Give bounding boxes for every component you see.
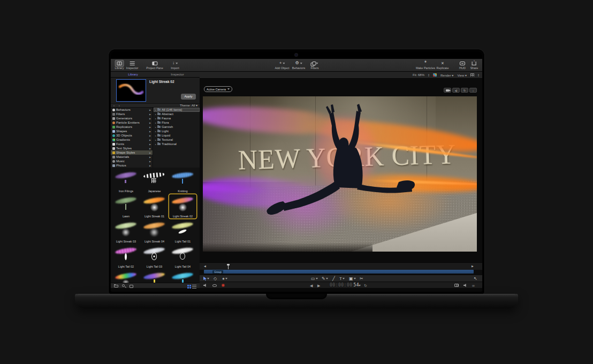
- style-item[interactable]: Light Tail 02: [112, 245, 140, 269]
- camera-button[interactable]: [444, 88, 451, 93]
- in-marker-icon[interactable]: ◀: [204, 264, 206, 268]
- library-folder[interactable]: ▸ Garnish: [154, 125, 200, 129]
- loop-button[interactable]: [212, 282, 217, 289]
- library-toolbar-button[interactable]: Library: [115, 60, 124, 70]
- theme-selector[interactable]: Theme: All ▾: [180, 104, 197, 108]
- folder-icon: [157, 134, 161, 136]
- style-item[interactable]: [141, 270, 168, 283]
- active-camera-dropdown[interactable]: Active Camera: [204, 86, 232, 92]
- record-button[interactable]: [222, 282, 225, 289]
- new-folder-icon[interactable]: [114, 285, 118, 287]
- apply-button[interactable]: Apply: [181, 94, 196, 100]
- clock-toggle[interactable]: ↻: [364, 282, 367, 289]
- library-folder[interactable]: ▸ Traditional: [154, 142, 200, 146]
- category-label: Shapes: [116, 130, 148, 133]
- back-forward-icons[interactable]: ‹ ›: [113, 104, 121, 108]
- style-item[interactable]: Lawn: [112, 194, 140, 218]
- canvas-viewport[interactable]: Active Camera ◂) ↻ ↓: [200, 79, 482, 262]
- category-label: Particle Emitters: [116, 121, 148, 124]
- add-to-library-icon[interactable]: [130, 285, 133, 288]
- hud-button[interactable]: HUD: [459, 60, 466, 70]
- category-icon: [112, 160, 115, 163]
- timeline-group-bar[interactable]: Group: [204, 270, 474, 274]
- style-item[interactable]: Iron Filings: [112, 169, 140, 193]
- library-category[interactable]: Replicators ▶: [111, 125, 153, 129]
- category-icon: [112, 134, 115, 137]
- library-folder[interactable]: ▸ Abstract: [154, 112, 200, 116]
- audio-show-button[interactable]: [463, 282, 467, 289]
- audio-button[interactable]: ◂): [452, 88, 460, 93]
- library-folder[interactable]: ▸ Light: [154, 129, 200, 133]
- library-category[interactable]: Gradients ▶: [111, 138, 153, 142]
- library-sidebar: Library Inspector: [111, 72, 200, 288]
- import-button[interactable]: ↓ Import: [171, 60, 179, 70]
- keyframe-link-button[interactable]: ∞: [472, 282, 475, 289]
- add-object-button[interactable]: + Add Object: [275, 60, 289, 70]
- mute-button[interactable]: [203, 282, 207, 289]
- timecode-menu[interactable]: [359, 282, 361, 289]
- playhead[interactable]: [228, 264, 229, 269]
- view-menu[interactable]: View ▾: [457, 73, 467, 77]
- library-folder[interactable]: ▸ All (146 items): [154, 108, 200, 112]
- tab-inspector[interactable]: Inspector: [155, 72, 200, 77]
- library-category[interactable]: Behaviors ▶: [111, 108, 153, 112]
- category-label: Shape Styles: [116, 151, 148, 154]
- style-item[interactable]: Light Tail 01: [169, 219, 196, 244]
- library-folder[interactable]: ▸ Flora: [154, 120, 200, 125]
- replicate-button[interactable]: × Replicate: [437, 60, 449, 70]
- library-category[interactable]: Materials ▶: [111, 155, 153, 159]
- style-item[interactable]: Knitting: [169, 169, 196, 193]
- style-item[interactable]: Light Streak 03: [112, 219, 140, 244]
- layout-grid-icon[interactable]: [470, 73, 474, 77]
- mini-timeline[interactable]: ◀ ▶: [200, 262, 482, 270]
- down-arrow-button[interactable]: ↓: [469, 88, 477, 93]
- behaviors-button[interactable]: ⚙ Behaviors: [292, 60, 305, 70]
- share-button[interactable]: Share: [470, 60, 478, 70]
- style-item[interactable]: [169, 270, 196, 283]
- project-pane-button[interactable]: Project Pane: [146, 60, 163, 70]
- library-category[interactable]: Fonts ▶: [111, 142, 153, 146]
- library-category[interactable]: Text Styles ▶: [111, 146, 153, 150]
- fit-zoom-control[interactable]: Fit: 68%: [413, 73, 424, 77]
- style-item[interactable]: Light Streak 04: [141, 219, 168, 244]
- library-category[interactable]: Particle Emitters ▶: [111, 120, 153, 125]
- library-category[interactable]: Filters ▶: [111, 112, 153, 116]
- filters-button[interactable]: Filters: [311, 60, 319, 70]
- filters-icon: [311, 62, 315, 65]
- style-item[interactable]: Light Tail 03: [141, 245, 168, 269]
- inspector-toolbar-button[interactable]: Inspector: [126, 60, 139, 70]
- layout-stepper[interactable]: ▴▾: [478, 73, 479, 77]
- style-item[interactable]: Japanese: [141, 169, 168, 193]
- make-particles-button[interactable]: * Make Particles: [416, 60, 435, 70]
- list-view-icon[interactable]: [192, 285, 196, 289]
- library-category[interactable]: Shapes ▶: [111, 129, 153, 133]
- library-folder[interactable]: ▸ Liquid: [154, 133, 200, 138]
- play-button[interactable]: ▶: [317, 282, 320, 289]
- style-item[interactable]: Light Streak 02: [169, 194, 196, 218]
- library-category[interactable]: Music ▶: [111, 159, 153, 163]
- library-folder[interactable]: ▸ Fauna: [154, 116, 200, 120]
- style-item[interactable]: [112, 270, 140, 283]
- chevron-down-icon: [343, 278, 345, 279]
- zoom-stepper[interactable]: ▴▾: [428, 73, 429, 77]
- refresh-button[interactable]: ↻: [461, 88, 468, 93]
- camera-icon: [446, 89, 449, 92]
- search-icon[interactable]: [122, 284, 125, 287]
- prev-frame-button[interactable]: ◀: [310, 282, 313, 289]
- channels-icon[interactable]: [433, 73, 437, 77]
- style-label: Iron Filings: [112, 189, 140, 193]
- library-category[interactable]: Shape Styles ▶: [111, 150, 153, 155]
- out-marker-icon[interactable]: ▶: [472, 264, 474, 268]
- library-category[interactable]: Photos ▶: [111, 163, 153, 168]
- grid-view-icon[interactable]: [187, 285, 189, 286]
- library-category[interactable]: Generators ▶: [111, 116, 153, 120]
- library-folder[interactable]: ▸ Textural: [154, 138, 200, 142]
- style-item[interactable]: Light Streak 01: [141, 194, 168, 218]
- render-menu[interactable]: Render ▾: [440, 73, 453, 77]
- timeline-show-button[interactable]: [454, 282, 459, 289]
- disclosure-arrow-icon: ▶: [149, 130, 151, 133]
- tab-library[interactable]: Library: [111, 72, 155, 77]
- style-item[interactable]: Light Tail 04: [169, 245, 196, 269]
- library-category[interactable]: 3D Objects ▶: [111, 133, 153, 138]
- timecode-display[interactable]: 00:00:0054: [330, 282, 359, 289]
